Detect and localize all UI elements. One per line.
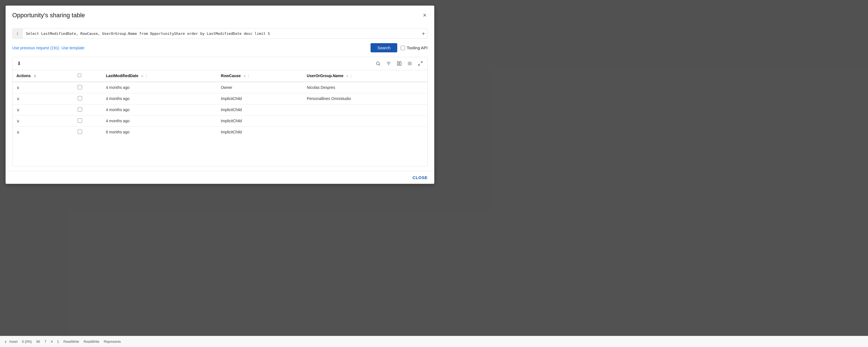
bg-asset-label: Asset [9,340,18,344]
rowcause-cell-4: ImplicitChild [217,126,303,138]
background-bottom-bar: ∨ Asset 6 (0%) 96 7 4 1 ReadWrite ReadWr… [0,336,868,347]
lastmodifieddate-cell-2: 4 months ago [102,104,217,115]
rowcause-cell-1: ImplicitChild [217,93,303,104]
userorgroup-cell-4 [303,126,427,138]
search-icon [376,61,380,66]
filter-button[interactable] [385,60,392,66]
list-view-button[interactable] [407,60,413,66]
lastmodifieddate-cell-0: 4 months ago [102,82,217,93]
footer-close-button[interactable]: CLOSE [412,175,428,180]
lastmodifieddate-cell-3: 4 months ago [102,115,217,126]
bg-count: 6 (0%) [22,340,32,344]
rowcause-sort-btn[interactable]: ≡ [244,74,246,78]
svg-line-1 [379,64,380,65]
rowcause-cell-2: ImplicitChild [217,104,303,115]
search-table-button[interactable] [375,60,381,66]
row-checkbox-1[interactable] [78,96,82,100]
expand-button[interactable] [417,60,424,66]
right-controls: Search Tooling API [371,43,428,52]
rowcause-cell-0: Owner [217,82,303,93]
use-template-button[interactable]: Use template [62,46,84,50]
table-row: ∨ 4 months ago ImplicitChild [12,104,427,115]
line-number: 1 [12,29,23,38]
bg-perm2: ReadWrite [84,340,99,344]
checkbox-cell-0 [74,82,102,93]
modal-body: 1 + Use previous request (191) Use templ… [6,24,434,171]
column-header-userorgroup: UserOrGroup.Name ≡ ⋮ [303,70,427,82]
table-toolbar-right [375,60,424,66]
query-input[interactable] [23,29,427,38]
actions-cell-4: ∨ [12,126,74,138]
checkbox-cell-2 [74,104,102,115]
bg-represents-label: Represents [104,340,121,344]
userorgroup-cell-0: Nicolas Despres [303,82,427,93]
row-checkbox-3[interactable] [78,118,82,123]
column-header-checkbox [74,70,102,82]
row-checkbox-0[interactable] [78,85,82,89]
filter-icon [386,61,391,66]
lastmodifieddate-sort-btn[interactable]: ≡ [141,74,143,78]
row-checkbox-4[interactable] [78,129,82,134]
userorgroup-sort-btn[interactable]: ≡ [346,74,348,78]
modal-title: Opportunity's sharing table [12,12,85,19]
columns-view-button[interactable] [396,60,402,66]
table-row: ∨ 4 months ago ImplicitChild Personallin… [12,93,427,104]
userorgroup-menu-btn[interactable]: ⋮ [349,74,353,78]
column-header-rowcause: RowCause ≡ ⋮ [217,70,303,82]
rowcause-cell-3: ImplicitChild [217,115,303,126]
svg-line-10 [421,62,422,63]
row-expand-button-3[interactable]: ∨ [17,118,20,124]
column-header-lastmodifieddate: LastModifiedDate ≡ ⋮ [102,70,217,82]
row-expand-button-1[interactable]: ∨ [17,96,20,102]
actions-cell-3: ∨ [12,115,74,126]
actions-row: Use previous request (191) Use template … [12,43,428,52]
svg-rect-6 [400,62,401,65]
bg-num2: 7 [44,340,46,344]
actions-cell-0: ∨ [12,82,74,93]
svg-rect-5 [397,62,399,65]
tooling-api-checkbox[interactable] [401,46,405,50]
userorgroup-cell-1: Personallines Omnistudio [303,93,427,104]
table-toolbar-left: ⬇ [17,60,22,67]
bg-num1: 96 [36,340,40,344]
tooling-api-group: Tooling API [401,46,428,50]
actions-sort-icon[interactable]: ⇓ [33,74,36,78]
table-toolbar: ⬇ [12,57,427,70]
rowcause-menu-btn[interactable]: ⋮ [247,74,250,78]
table-body: ∨ 4 months ago Owner Nicolas Despres ∨ 4… [12,82,427,138]
lastmodifieddate-col-icons: ≡ ⋮ [141,74,148,78]
tooling-api-label: Tooling API [407,46,428,50]
rowcause-col-icons: ≡ ⋮ [244,74,251,78]
table-header-row: Actions ⇓ LastModifiedDate ≡ ⋮ [12,70,427,82]
table-row: ∨ 4 months ago ImplicitChild [12,115,427,126]
row-expand-button-4[interactable]: ∨ [17,129,20,135]
select-all-checkbox[interactable] [78,74,81,77]
expand-icon [418,61,423,66]
use-previous-request-button[interactable]: Use previous request (191) [12,46,59,50]
download-icon: ⬇ [17,60,21,66]
userorgroup-cell-3 [303,115,427,126]
row-checkbox-2[interactable] [78,107,82,112]
checkbox-cell-3 [74,115,102,126]
search-button[interactable]: Search [371,43,397,52]
add-line-button[interactable]: + [422,31,425,36]
modal-close-button[interactable]: × [422,11,428,20]
table-row: ∨ 6 months ago ImplicitChild [12,126,427,138]
links-group: Use previous request (191) Use template [12,46,84,50]
userorgroup-cell-2 [303,104,427,115]
lastmodifieddate-cell-4: 6 months ago [102,126,217,138]
bg-chevron: ∨ [4,340,7,344]
bg-perm1: ReadWrite [63,340,79,344]
lastmodifieddate-menu-btn[interactable]: ⋮ [145,74,148,78]
list-icon [407,61,412,66]
column-header-actions: Actions ⇓ [12,70,74,82]
actions-cell-2: ∨ [12,104,74,115]
download-button[interactable]: ⬇ [17,60,22,67]
checkbox-cell-4 [74,126,102,138]
row-expand-button-0[interactable]: ∨ [17,85,20,90]
table-row: ∨ 4 months ago Owner Nicolas Despres [12,82,427,93]
results-table: Actions ⇓ LastModifiedDate ≡ ⋮ [12,70,427,138]
modal-dialog: Opportunity's sharing table × 1 + Use pr… [6,6,434,184]
actions-cell-1: ∨ [12,93,74,104]
row-expand-button-2[interactable]: ∨ [17,107,20,113]
